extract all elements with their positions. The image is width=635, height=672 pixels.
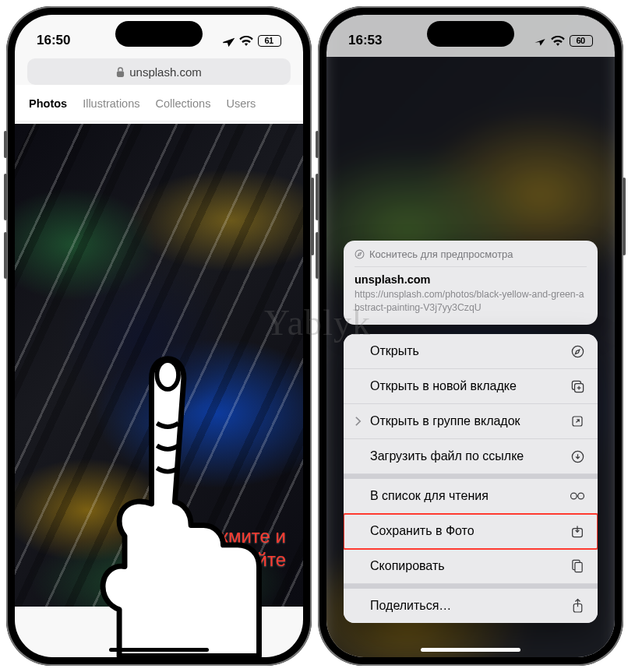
svg-point-12 — [571, 493, 577, 499]
svg-point-7 — [572, 346, 583, 357]
menu-share[interactable]: Поделиться… — [344, 589, 598, 623]
share-icon — [570, 598, 585, 614]
filters-label: Filters — [153, 602, 182, 614]
svg-point-4 — [142, 610, 144, 612]
menu-label: Скопировать — [370, 559, 445, 573]
dynamic-island — [427, 21, 514, 47]
preview-hint: Коснитесь для предпросмотра — [369, 248, 513, 260]
lock-icon — [116, 67, 125, 77]
screen-left: 16:50 61 unsplash.com Photo — [15, 15, 303, 657]
chevron-right-icon — [351, 415, 364, 427]
comparison-stage: 16:50 61 unsplash.com Photo — [0, 0, 635, 672]
airplane-mode-icon — [222, 34, 235, 47]
menu-label: Загрузить файл по ссылке — [370, 449, 524, 463]
menu-label: Сохранить в Фото — [370, 524, 474, 538]
svg-rect-0 — [117, 71, 124, 76]
phone-mute-switch — [4, 131, 7, 158]
menu-label: Открыть в группе вкладок — [370, 414, 520, 428]
glasses-icon — [570, 488, 585, 504]
compass-icon — [570, 343, 585, 359]
wifi-icon — [551, 36, 565, 46]
wifi-icon — [239, 36, 253, 46]
phone-mute-switch — [316, 131, 319, 158]
filters-button[interactable]: Filters — [124, 595, 194, 621]
menu-label: Открыть — [370, 344, 419, 358]
category-tabs: Photos Illustrations Collections Users — [15, 85, 303, 121]
battery-indicator: 60 — [570, 35, 593, 47]
menu-label: Поделиться… — [370, 599, 451, 613]
screen-right: 16:53 60 Коснитесь для пр — [326, 15, 615, 657]
context-menu: Открыть Открыть в новой вкладке Открыть — [344, 334, 598, 623]
phone-volume-down — [316, 232, 319, 279]
menu-open-tab-group[interactable]: Открыть в группе вкладок — [344, 404, 598, 439]
status-time: 16:50 — [37, 33, 70, 48]
annotation-text: Нажмите и удерживайте — [173, 525, 286, 572]
phone-right: 16:53 60 Коснитесь для пр — [318, 6, 623, 666]
phone-left: 16:50 61 unsplash.com Photo — [6, 6, 312, 666]
preview-url: https://unsplash.com/photos/black-yellow… — [355, 288, 587, 314]
battery-indicator: 61 — [258, 35, 281, 47]
address-bar[interactable]: unsplash.com — [27, 58, 291, 85]
svg-rect-16 — [575, 562, 582, 572]
menu-open-new-tab[interactable]: Открыть в новой вкладке — [344, 369, 598, 404]
status-time: 16:53 — [348, 33, 382, 48]
tab-users[interactable]: Users — [226, 97, 256, 110]
svg-point-6 — [355, 250, 364, 259]
menu-copy[interactable]: Скопировать — [344, 549, 598, 584]
phone-volume-up — [316, 174, 319, 220]
save-to-photos-icon — [570, 523, 585, 539]
tab-photos[interactable]: Photos — [29, 97, 67, 110]
menu-label: Открыть в новой вкладке — [370, 379, 517, 393]
svg-point-13 — [578, 493, 584, 499]
sliders-icon — [136, 603, 146, 613]
airplane-mode-icon — [534, 34, 546, 47]
plus-square-icon — [570, 378, 585, 394]
arrow-down-circle-icon — [570, 449, 585, 464]
doc-on-doc-icon — [570, 558, 585, 574]
svg-point-2 — [138, 604, 140, 607]
home-indicator[interactable] — [109, 648, 209, 652]
menu-save-to-photos[interactable]: Сохранить в Фото — [344, 514, 598, 549]
link-preview-card[interactable]: Коснитесь для предпросмотра unsplash.com… — [344, 241, 598, 325]
menu-download-linked-file[interactable]: Загрузить файл по ссылке — [344, 439, 598, 474]
preview-domain: unsplash.com — [355, 273, 587, 286]
phone-volume-up — [4, 174, 7, 220]
phone-side-button — [311, 178, 314, 255]
dynamic-island — [115, 21, 203, 47]
phone-volume-down — [4, 232, 7, 279]
tab-illustrations[interactable]: Illustrations — [83, 97, 139, 110]
address-domain: unsplash.com — [129, 65, 202, 79]
arrow-up-right-square-icon — [570, 413, 585, 429]
compass-icon — [355, 249, 365, 259]
home-indicator[interactable] — [421, 648, 520, 652]
menu-reading-list[interactable]: В список для чтения — [344, 479, 598, 514]
tab-collections[interactable]: Collections — [155, 97, 210, 110]
menu-open[interactable]: Открыть — [344, 334, 598, 369]
menu-label: В список для чтения — [370, 489, 489, 503]
phone-side-button — [623, 178, 626, 255]
